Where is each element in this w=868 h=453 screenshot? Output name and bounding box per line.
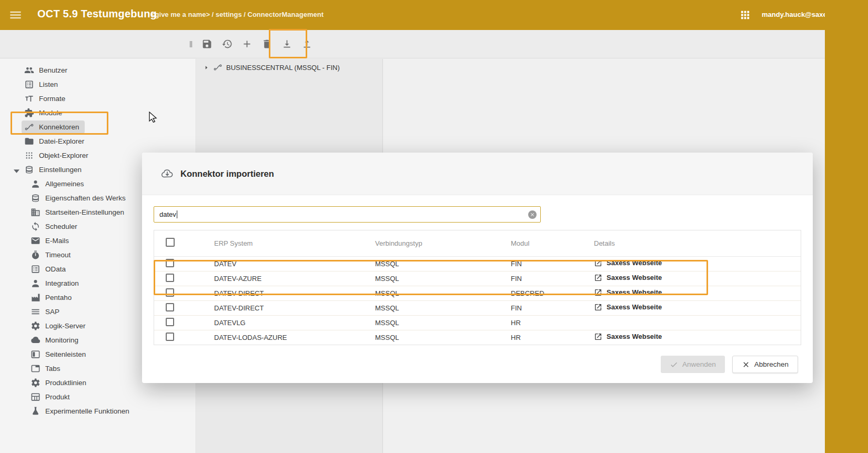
tree-item-label: BUSINESSCENTRAL (MSSQL - FIN) — [226, 64, 340, 72]
people-icon — [24, 65, 34, 75]
row-checkbox[interactable] — [166, 318, 174, 326]
splitter-handle[interactable] — [186, 39, 196, 49]
import-button[interactable] — [277, 33, 297, 55]
connector-row-datevlg[interactable]: DATEVLGMSSQLHR — [154, 315, 801, 330]
toolbar-buttons — [197, 30, 317, 58]
sidebar-item-body: Monitoring — [28, 334, 84, 347]
sidebar-split-icon — [31, 349, 41, 359]
connector-row-datev-direct[interactable]: DATEV-DIRECTMSSQLFINSaxess Webseite — [154, 300, 801, 315]
row-checkbox[interactable] — [166, 259, 174, 267]
sidebar-item-experimentelle-funktionen[interactable]: Experimentelle Funktionen — [0, 404, 196, 418]
tree-item-businesscentral[interactable]: BUSINESSCENTRAL (MSSQL - FIN) — [197, 59, 382, 76]
cell-details: Saxess Webseite — [594, 256, 801, 271]
cell-erp-system: DATEVLG — [214, 315, 375, 330]
tab-icon — [31, 364, 41, 374]
text-format-icon — [24, 94, 34, 104]
sidebar-item-label: Einstellungen — [39, 166, 82, 174]
external-link-icon — [594, 259, 602, 267]
sidebar-item-label: Seitenleisten — [45, 350, 86, 358]
sidebar-item-formate[interactable]: Formate — [0, 92, 196, 106]
sidebar-item-benutzer[interactable]: Benutzer — [0, 63, 196, 77]
factory-icon — [31, 293, 41, 303]
chevron-down-icon[interactable] — [12, 166, 22, 176]
user-email: mandy.hauck@saxe — [762, 11, 825, 18]
mail-icon — [31, 236, 41, 246]
row-checkbox[interactable] — [166, 288, 174, 297]
column-header-modul: Modul — [511, 230, 594, 256]
sidebar-item-label: Konnektoren — [39, 123, 79, 131]
sidebar-item-body: Tabs — [28, 362, 66, 375]
sidebar-item-listen[interactable]: Listen — [0, 77, 196, 92]
cell-modul: FIN — [511, 271, 594, 286]
sidebar-item-body: Benutzer — [22, 64, 73, 77]
apply-button: Anwenden — [661, 356, 725, 373]
cell-modul: DEBCRED — [511, 286, 594, 300]
export-button[interactable] — [297, 33, 317, 55]
search-input[interactable]: datev — [154, 206, 541, 223]
sidebar-item-body: Experimentelle Funktionen — [28, 405, 135, 418]
list-icon — [24, 79, 34, 89]
select-all-checkbox[interactable] — [166, 238, 175, 247]
cell-modul: FIN — [511, 300, 594, 315]
app-window: OCT 5.9 Testumgebung <give me a name> / … — [0, 0, 825, 453]
menu-icon[interactable] — [8, 8, 23, 22]
row-checkbox[interactable] — [166, 274, 174, 282]
cell-erp-system: DATEV-LODAS-AZURE — [214, 330, 375, 345]
cell-erp-system: DATEV-AZURE — [214, 271, 375, 286]
external-link-icon — [594, 333, 602, 341]
folder-icon — [24, 136, 34, 146]
sidebar-item-label: Allgemeines — [45, 180, 84, 188]
add-button[interactable] — [237, 33, 257, 55]
row-checkbox[interactable] — [166, 303, 174, 311]
sidebar-item-label: Tabs — [45, 365, 60, 373]
upload-icon — [301, 38, 312, 49]
sidebar-item-label: Listen — [39, 80, 58, 88]
restore-button[interactable] — [217, 33, 237, 55]
close-icon — [742, 360, 750, 369]
sidebar-item-body: Pentaho — [28, 291, 77, 304]
dialog-title: Konnektor importieren — [180, 169, 274, 179]
connector-row-datev-direct[interactable]: DATEV-DIRECTMSSQLDEBCREDSaxess Webseite — [154, 286, 801, 300]
connector-row-datev[interactable]: DATEVMSSQLFINSaxess Webseite — [154, 256, 801, 271]
sidebar-item-label: Integration — [45, 279, 79, 287]
close-icon — [530, 212, 535, 217]
sidebar-item-label: Benutzer — [39, 66, 67, 74]
table-body: DATEVMSSQLFINSaxess WebseiteDATEV-AZUREM… — [154, 256, 801, 345]
clear-search-button[interactable] — [528, 210, 537, 219]
sidebar-item-module[interactable]: Module — [0, 106, 196, 120]
sidebar-item-body: Produkt — [28, 390, 75, 404]
details-link[interactable]: Saxess Webseite — [594, 303, 662, 311]
details-link[interactable]: Saxess Webseite — [594, 333, 662, 341]
toolbar — [0, 30, 825, 58]
delete-button[interactable] — [257, 33, 277, 55]
dialog-footer: Anwenden Abbrechen — [661, 356, 798, 373]
sidebar-item-body: OData — [28, 263, 71, 276]
save-button[interactable] — [197, 33, 217, 55]
apps-grid-icon[interactable] — [739, 9, 751, 21]
row-checkbox[interactable] — [166, 333, 174, 341]
sidebar-item-body: Einstellungen — [22, 163, 87, 176]
sidebar-item-body: Konnektoren — [22, 120, 85, 134]
sidebar-item-konnektoren[interactable]: Konnektoren — [0, 120, 196, 134]
external-link-icon — [594, 303, 602, 311]
sidebar-item-label: Pentaho — [45, 294, 72, 301]
sidebar-item-datei-explorer[interactable]: Datei-Explorer — [0, 134, 196, 148]
sidebar-item-body: Datei-Explorer — [22, 135, 89, 148]
search-row: datev — [154, 206, 541, 223]
sidebar-item-label: Eigenschaften des Werks — [45, 194, 126, 202]
details-link[interactable]: Saxess Webseite — [594, 288, 662, 297]
sidebar-item-produkt[interactable]: Produkt — [0, 390, 196, 404]
database-icon — [24, 165, 34, 175]
details-link[interactable]: Saxess Webseite — [594, 274, 662, 282]
gear-icon — [31, 378, 41, 388]
database-icon — [31, 193, 41, 203]
cancel-button[interactable]: Abbrechen — [732, 356, 798, 373]
connector-row-datev-lodas-azure[interactable]: DATEV-LODAS-AZUREMSSQLHRSaxess Webseite — [154, 330, 801, 345]
topbar: OCT 5.9 Testumgebung <give me a name> / … — [0, 0, 825, 30]
cell-modul: HR — [511, 330, 594, 345]
column-header-erp-system: ERP System — [214, 230, 375, 256]
chevron-right-icon[interactable] — [204, 65, 209, 71]
sidebar-item-body: Listen — [22, 78, 63, 91]
details-link[interactable]: Saxess Webseite — [594, 259, 662, 267]
connector-row-datev-azure[interactable]: DATEV-AZUREMSSQLFINSaxess Webseite — [154, 271, 801, 286]
